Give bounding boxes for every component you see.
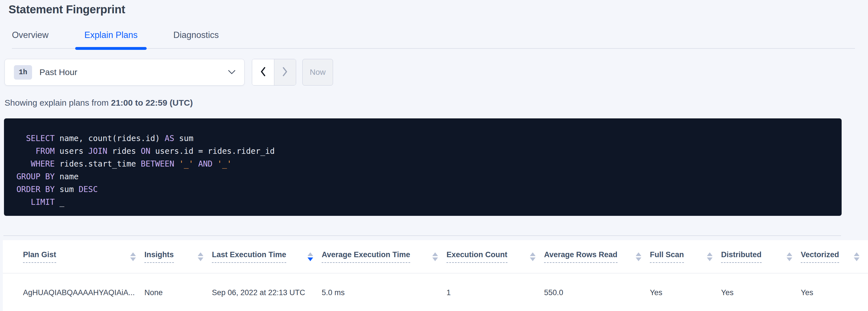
column-header-insights[interactable]: Insights [144,240,212,273]
column-header-vectorized[interactable]: Vectorized [801,240,868,273]
sql-keyword: JOIN [88,146,107,156]
time-range-selected-value: Past Hour [39,67,77,77]
table-cell: 1 [446,288,544,297]
table-header-row: Plan GistInsightsLast Execution TimeAver… [3,240,868,273]
column-header-plan-gist[interactable]: Plan Gist [3,240,144,273]
column-header-average-rows-read[interactable]: Average Rows Read [544,240,650,273]
sql-text [17,134,26,143]
sql-keyword: ORDER BY [17,185,55,194]
time-range-dropdown[interactable]: 1h Past Hour [4,59,245,85]
chevron-right-icon [282,67,288,78]
sql-text: name, count(rides.id) [55,134,165,143]
sql-keyword: LIMIT [31,198,55,207]
sql-text: _ [55,198,64,207]
sort-up-icon [130,252,136,256]
sort-up-icon [308,252,313,256]
sql-statement-box: SELECT name, count(rides.id) AS sum FROM… [4,118,842,216]
table-body: AgHUAQIABQAAAAHYAQIAiA...NoneSep 06, 202… [3,273,868,311]
sort-up-icon [636,252,641,256]
column-header-label[interactable]: Average Execution Time [322,250,410,263]
sql-text: users [55,146,88,156]
page-title: Statement Fingerprint [8,3,868,16]
sql-text [17,198,31,207]
sql-keyword: DESC [79,185,98,194]
sql-string-literal: '_' [179,159,193,169]
column-header-label[interactable]: Last Execution Time [212,250,286,263]
sql-text [17,146,35,156]
sort-down-icon [130,257,136,261]
sql-text [174,159,179,169]
tab-explain-plans[interactable]: Explain Plans [84,30,137,48]
sort-down-icon [308,257,313,261]
chevron-down-icon [228,70,236,75]
sql-keyword: GROUP BY [17,172,55,181]
sql-text [17,159,31,169]
sql-text: sum [55,185,79,194]
column-header-label[interactable]: Insights [144,250,174,263]
sort-arrows-icon[interactable] [707,252,713,261]
sql-text: rides [107,146,141,156]
chevron-left-icon [259,67,266,78]
column-header-average-execution-time[interactable]: Average Execution Time [322,240,446,273]
sort-up-icon [707,252,713,256]
sort-up-icon [786,252,792,256]
column-header-label[interactable]: Plan Gist [23,250,56,263]
tab-bar: Overview Explain Plans Diagnostics [12,30,855,49]
column-header-distributed[interactable]: Distributed [721,240,801,273]
sql-keyword: ON [141,146,150,156]
sort-down-icon [707,257,713,261]
time-picker-row: 1h Past Hour Now [4,59,868,85]
sort-arrows-icon[interactable] [530,252,535,261]
now-button[interactable]: Now [302,59,333,85]
previous-time-range-button[interactable] [252,59,274,85]
sort-arrows-icon[interactable] [432,252,438,261]
sort-arrows-icon[interactable] [308,252,313,261]
table-row: AgHUAQIABQAAAAHYAQIAiA...NoneSep 06, 202… [3,273,868,311]
sort-down-icon [854,257,860,261]
tab-diagnostics[interactable]: Diagnostics [173,30,219,48]
table-cell: Yes [721,288,801,297]
sort-up-icon [432,252,438,256]
tab-overview[interactable]: Overview [12,30,49,48]
sql-keyword: AND [198,159,213,169]
sort-arrows-icon[interactable] [636,252,641,261]
table-cell: Yes [801,288,868,297]
table-cell: Sep 06, 2022 at 22:13 UTC [212,288,322,297]
showing-text-prefix: Showing explain plans from [4,98,111,107]
plan-gist-cell[interactable]: AgHUAQIABQAAAAHYAQIAiA... [3,288,144,297]
sort-down-icon [530,257,535,261]
sql-keyword: BETWEEN [141,159,174,169]
next-time-range-button[interactable] [274,59,296,85]
sort-up-icon [854,252,860,256]
column-header-last-execution-time[interactable]: Last Execution Time [212,240,322,273]
column-header-label[interactable]: Full Scan [650,250,684,263]
showing-explain-plans-text: Showing explain plans from 21:00 to 22:5… [4,98,868,108]
sql-text: users.id = rides.rider_id [150,146,275,156]
sql-keyword: AS [165,134,175,143]
sql-text [193,159,198,169]
column-header-execution-count[interactable]: Execution Count [446,240,544,273]
table-cell: Yes [650,288,721,297]
sort-arrows-icon[interactable] [854,252,860,261]
sort-down-icon [432,257,438,261]
table-cell: None [144,288,212,297]
sql-text: name [55,172,79,181]
sort-up-icon [198,252,204,256]
column-header-label[interactable]: Average Rows Read [544,250,618,263]
sort-arrows-icon[interactable] [130,252,136,261]
column-header-full-scan[interactable]: Full Scan [650,240,721,273]
column-header-label[interactable]: Vectorized [801,250,839,263]
section-divider [3,235,841,236]
sql-text [213,159,217,169]
table-cell: 550.0 [544,288,650,297]
sql-keyword: SELECT [26,134,55,143]
time-range-badge: 1h [14,65,32,79]
sql-keyword: WHERE [31,159,55,169]
sort-arrows-icon[interactable] [786,252,792,261]
sql-text: rides.start_time [55,159,141,169]
sort-down-icon [786,257,792,261]
sql-statement-code: SELECT name, count(rides.id) AS sum FROM… [17,132,830,208]
sort-arrows-icon[interactable] [198,252,204,261]
column-header-label[interactable]: Distributed [721,250,762,263]
column-header-label[interactable]: Execution Count [446,250,507,263]
